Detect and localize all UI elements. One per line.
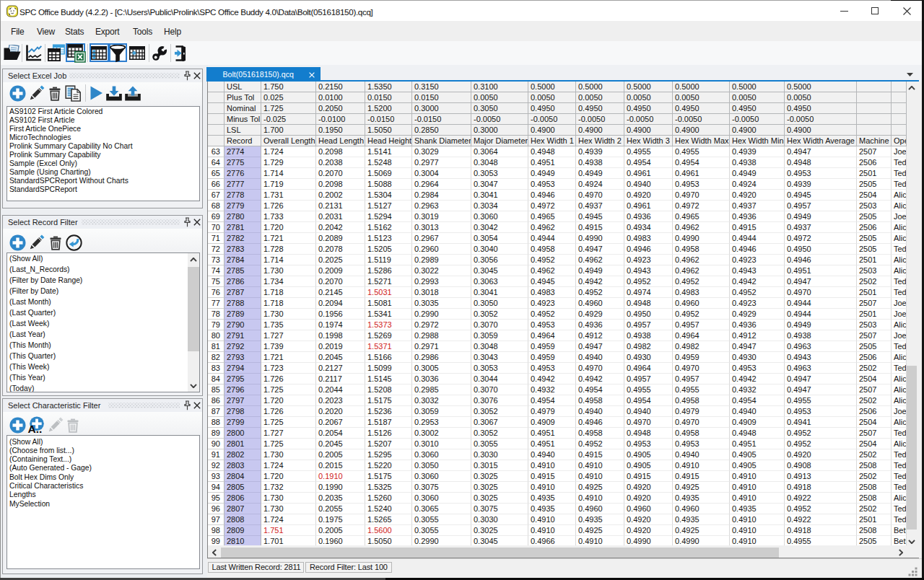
svg-text:A..: A.. [28, 422, 43, 434]
